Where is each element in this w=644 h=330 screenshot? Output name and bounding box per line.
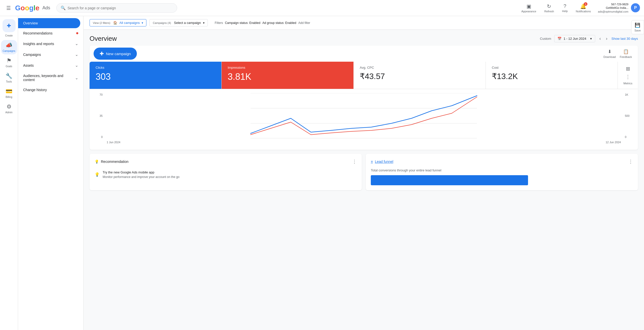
all-campaigns-dropdown[interactable]: View (2 filters) 🏠 All campaigns ▾ <box>90 19 146 26</box>
metric-avg-cpc[interactable]: Avg. CPC ₹43.57 <box>354 62 486 89</box>
chevron-down-icon: ⌄ <box>75 52 78 57</box>
sidebar-item-billing[interactable]: 💳 Billing <box>1 86 17 100</box>
metric-impressions[interactable]: Impressions 3.81K <box>222 62 354 89</box>
chevron-down-icon: ⌄ <box>75 76 78 80</box>
menu-icon[interactable]: ☰ <box>4 4 13 13</box>
nav-item-change-history[interactable]: Change history <box>18 85 83 95</box>
new-campaign-button[interactable]: ✚ New campaign <box>94 48 137 60</box>
search-input[interactable] <box>68 6 173 10</box>
notifications-button[interactable]: 🔔 1 Notifications <box>573 1 594 15</box>
prev-date-button[interactable]: ‹ <box>598 35 602 42</box>
avg-cpc-label: Avg. CPC <box>360 66 479 69</box>
lead-funnel-card-title[interactable]: ≡ Lead funnel <box>371 160 393 164</box>
y-axis-left-mid: 35 <box>96 114 103 117</box>
impressions-value: 3.81K <box>228 71 347 82</box>
sidebar-item-tools[interactable]: 🔧 Tools <box>1 71 17 85</box>
add-metrics-button[interactable]: ⊞ <box>626 66 630 72</box>
ad-group-status-chip[interactable]: Ad group status: Enabled <box>262 21 296 25</box>
dropdown-arrow-icon: ▾ <box>142 21 143 25</box>
nav-overview-label: Overview <box>23 21 38 25</box>
clicks-label: Clicks <box>96 66 215 69</box>
lead-funnel-menu-button[interactable]: ⋮ <box>628 159 633 164</box>
account-details: 567-729-9829 GetWellGo India... ads@optm… <box>598 3 628 13</box>
save-button[interactable]: 💾 Save <box>631 20 644 34</box>
appearance-label: Appearance <box>521 10 536 13</box>
metric-clicks[interactable]: Clicks 303 <box>90 62 222 89</box>
nav-item-assets[interactable]: Assets ⌄ <box>18 60 83 71</box>
new-campaign-plus-icon: ✚ <box>100 51 104 57</box>
nav-item-overview[interactable]: Overview <box>18 18 80 28</box>
recommendation-card-title: 💡 Recommendation <box>95 160 129 164</box>
campaign-status-chip[interactable]: Campaign status: Enabled <box>225 21 260 25</box>
add-filter-button[interactable]: Add filter <box>298 21 310 25</box>
metric-cost[interactable]: Cost ₹13.2K <box>486 62 618 89</box>
recommendation-item-title: Try the new Google Ads mobile app <box>103 170 180 174</box>
y-axis-right-mid: 500 <box>625 114 632 117</box>
avatar[interactable]: P <box>631 3 640 12</box>
filter-bar: View (2 filters) 🏠 All campaigns ▾ Campa… <box>84 16 644 30</box>
nav-insights-label: Insights and reports <box>23 42 54 46</box>
search-icon: 🔍 <box>61 6 66 10</box>
logo: Google Ads <box>15 4 50 12</box>
y-axis-right-top: 1K <box>625 93 632 96</box>
top-navigation: ☰ Google Ads 🔍 ▣ Appearance ↻ Refresh ? … <box>0 0 644 16</box>
clicks-value: 303 <box>96 71 215 82</box>
dropdown-arrow-icon: ▾ <box>203 21 205 25</box>
cost-value: ₹13.2K <box>492 71 612 81</box>
nav-actions: ▣ Appearance ↻ Refresh ? Help 🔔 1 Notifi… <box>518 1 640 15</box>
more-icon: ⋮ <box>625 74 630 80</box>
recommendation-menu-button[interactable]: ⋮ <box>352 159 357 164</box>
metrics-more-button[interactable]: ⋮ <box>625 74 630 80</box>
save-icon: 💾 <box>635 22 640 28</box>
notification-badge: 1 <box>584 2 587 6</box>
nav-recommendations-label: Recommendations <box>23 31 53 35</box>
date-picker[interactable]: 📅 1 - 12 Jun 2024 ▾ <box>554 35 595 42</box>
account-name: GetWellGo India... <box>598 6 628 10</box>
next-date-button[interactable]: › <box>605 35 608 42</box>
lead-funnel-card-header: ≡ Lead funnel ⋮ <box>371 159 633 164</box>
refresh-label: Refresh <box>544 10 554 13</box>
nav-assets-label: Assets <box>23 63 34 67</box>
nav-item-recommendations[interactable]: Recommendations <box>18 28 83 38</box>
date-picker-arrow-icon: ▾ <box>590 37 592 41</box>
help-button[interactable]: ? Help <box>559 1 571 15</box>
campaigns-icon: 📣 <box>6 42 12 49</box>
sidebar-item-goals[interactable]: ⚑ Goals <box>1 55 17 70</box>
sidebar-item-campaigns[interactable]: 📣 Campaigns <box>1 40 17 54</box>
appearance-button[interactable]: ▣ Appearance <box>518 1 539 15</box>
create-button[interactable]: ✚ <box>3 19 16 32</box>
calendar-icon: 📅 <box>557 37 561 41</box>
help-icon: ? <box>564 3 566 9</box>
search-bar[interactable]: 🔍 <box>56 3 177 13</box>
campaigns-count-label: Campaigns (4) <box>153 21 171 24</box>
account-info[interactable]: 567-729-9829 GetWellGo India... ads@optm… <box>598 3 640 13</box>
feedback-button[interactable]: 📋 Feedback <box>620 49 632 58</box>
refresh-button[interactable]: ↻ Refresh <box>541 1 557 15</box>
nav-item-campaigns[interactable]: Campaigns ⌄ <box>18 49 83 60</box>
show-last-30-button[interactable]: Show last 30 days <box>611 37 638 41</box>
download-button[interactable]: ⬇ Download <box>603 49 616 58</box>
left-nav-panel: Overview Recommendations Insights and re… <box>18 16 84 330</box>
page-title: Overview <box>90 35 117 43</box>
sidebar-item-admin[interactable]: ⚙ Admin <box>1 101 17 116</box>
select-campaign-label: Select a campaign <box>174 21 201 25</box>
lead-funnel-card: ≡ Lead funnel ⋮ Total conversions throug… <box>366 154 638 190</box>
new-campaign-label: New campaign <box>106 52 131 56</box>
main-content: View (2 filters) 🏠 All campaigns ▾ Campa… <box>84 16 644 330</box>
logo-ads-text: Ads <box>42 5 50 11</box>
sidebar-goals-label: Goals <box>6 65 12 68</box>
recommendation-item-icon: 💡 <box>95 172 100 177</box>
recommendation-title-text: Recommendation <box>101 160 129 164</box>
campaign-select-dropdown[interactable]: Campaigns (4) Select a campaign ▾ <box>149 19 208 26</box>
recommendation-item-desc: Monitor performance and improve your acc… <box>103 175 180 179</box>
sidebar-billing-label: Billing <box>6 96 12 98</box>
feedback-label: Feedback <box>620 55 632 58</box>
view-label: View (2 filters) <box>93 21 110 24</box>
nav-campaigns-label: Campaigns <box>23 53 41 57</box>
house-icon: 🏠 <box>113 21 117 25</box>
appearance-icon: ▣ <box>527 3 531 9</box>
nav-item-audiences[interactable]: Audiences, keywords and content ⌄ <box>18 71 83 85</box>
lead-funnel-bar <box>371 175 528 185</box>
download-icon: ⬇ <box>608 49 612 54</box>
nav-item-insights[interactable]: Insights and reports ⌄ <box>18 38 83 49</box>
